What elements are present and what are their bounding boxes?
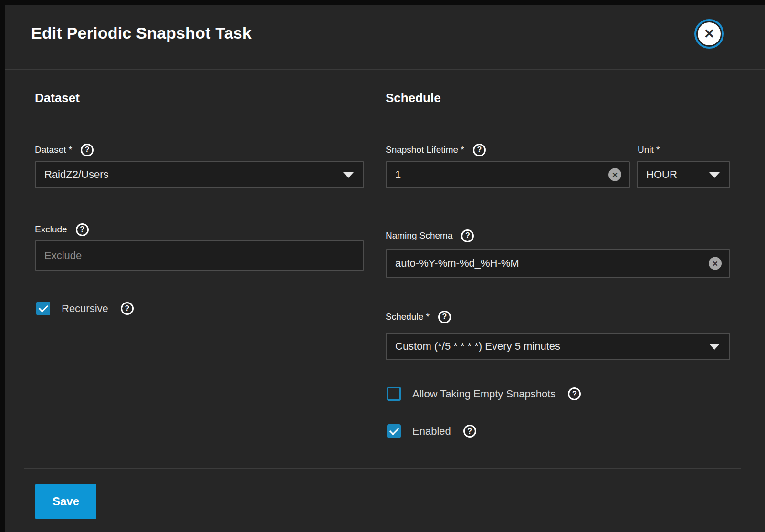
save-button[interactable]: Save bbox=[35, 484, 96, 519]
unit-select-value: HOUR bbox=[638, 168, 677, 181]
header-divider bbox=[5, 69, 765, 70]
exclude-help-icon[interactable]: ? bbox=[76, 223, 89, 236]
enabled-label: Enabled bbox=[412, 425, 451, 438]
schedule-select[interactable]: Custom (*/5 * * * *) Every 5 minutes bbox=[386, 333, 730, 360]
snapshot-lifetime-input[interactable] bbox=[387, 162, 629, 187]
exclude-input[interactable] bbox=[36, 241, 363, 270]
edit-periodic-snapshot-task-dialog: Edit Periodic Snapshot Task ✕ Dataset Da… bbox=[5, 5, 765, 532]
snapshot-lifetime-label: Snapshot Lifetime * bbox=[386, 145, 464, 155]
enabled-checkbox[interactable] bbox=[387, 424, 401, 438]
exclude-label: Exclude bbox=[35, 224, 67, 235]
snapshot-lifetime-help-icon[interactable]: ? bbox=[473, 144, 486, 156]
exclude-label-row: Exclude ? bbox=[35, 222, 89, 237]
dataset-label: Dataset * bbox=[35, 145, 72, 155]
unit-label-row: Unit * bbox=[638, 142, 660, 157]
recursive-help-icon[interactable]: ? bbox=[121, 302, 134, 315]
chevron-down-icon bbox=[709, 344, 720, 350]
close-icon: ✕ bbox=[704, 28, 715, 41]
snapshot-lifetime-clear-button[interactable]: ✕ bbox=[608, 168, 621, 181]
naming-schema-input[interactable] bbox=[387, 250, 729, 277]
allow-empty-snapshots-row: Allow Taking Empty Snapshots ? bbox=[387, 387, 581, 401]
schedule-label-row: Schedule * ? bbox=[386, 309, 451, 324]
allow-empty-snapshots-label: Allow Taking Empty Snapshots bbox=[412, 388, 555, 400]
allow-empty-snapshots-help-icon[interactable]: ? bbox=[568, 387, 581, 400]
allow-empty-snapshots-checkbox[interactable] bbox=[387, 387, 401, 401]
close-button[interactable]: ✕ bbox=[698, 22, 721, 45]
page-title: Edit Periodic Snapshot Task bbox=[31, 24, 252, 42]
dataset-select-value: RaidZ2/Users bbox=[36, 168, 108, 181]
naming-schema-field-box: ✕ bbox=[386, 249, 730, 278]
unit-label: Unit * bbox=[638, 145, 660, 155]
naming-schema-clear-button[interactable]: ✕ bbox=[709, 257, 722, 270]
chevron-down-icon bbox=[343, 172, 354, 178]
recursive-label: Recursive bbox=[62, 303, 108, 315]
schedule-section-heading: Schedule bbox=[386, 91, 441, 105]
lifetime-label-row: Snapshot Lifetime * ? bbox=[386, 142, 486, 157]
screen: Edit Periodic Snapshot Task ✕ Dataset Da… bbox=[0, 0, 765, 532]
recursive-row: Recursive ? bbox=[36, 302, 134, 315]
naming-schema-label: Naming Schema bbox=[386, 230, 452, 241]
unit-select[interactable]: HOUR bbox=[637, 161, 730, 188]
dataset-select[interactable]: RaidZ2/Users bbox=[35, 161, 364, 188]
naming-schema-help-icon[interactable]: ? bbox=[461, 229, 474, 242]
footer-divider bbox=[24, 468, 741, 469]
snapshot-lifetime-field-box: ✕ bbox=[386, 161, 630, 188]
dataset-section-heading: Dataset bbox=[35, 91, 80, 105]
enabled-help-icon[interactable]: ? bbox=[463, 425, 476, 438]
chevron-down-icon bbox=[709, 172, 720, 178]
exclude-field-box bbox=[35, 240, 364, 271]
schedule-label: Schedule * bbox=[386, 312, 430, 322]
clear-icon: ✕ bbox=[612, 171, 618, 178]
naming-schema-label-row: Naming Schema ? bbox=[386, 228, 474, 243]
schedule-select-value: Custom (*/5 * * * *) Every 5 minutes bbox=[387, 340, 560, 353]
schedule-help-icon[interactable]: ? bbox=[438, 311, 451, 323]
recursive-checkbox[interactable] bbox=[36, 302, 50, 315]
clear-icon: ✕ bbox=[712, 260, 718, 267]
enabled-row: Enabled ? bbox=[387, 424, 476, 438]
dataset-label-row: Dataset * ? bbox=[35, 142, 94, 157]
dataset-help-icon[interactable]: ? bbox=[81, 144, 94, 156]
